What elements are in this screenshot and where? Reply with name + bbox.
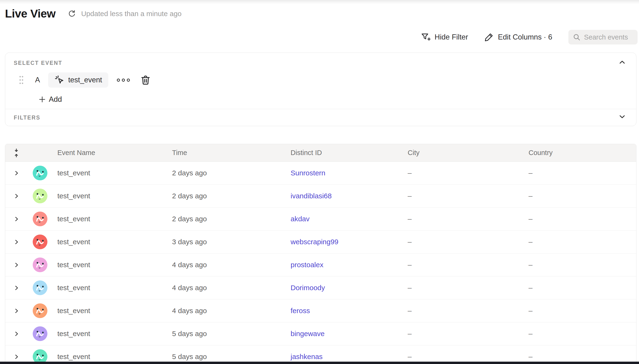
table-row: test_event 2 days ago ivandiblasi68 – – <box>5 184 636 208</box>
time-cell: 3 days ago <box>167 238 286 246</box>
distinct-id-link[interactable]: jashkenas <box>291 353 323 360</box>
filters-label: FILTERS <box>14 114 40 121</box>
country-cell: – <box>524 284 636 292</box>
column-header-distinct-id[interactable]: Distinct ID <box>286 149 403 157</box>
distinct-id-link[interactable]: Sunrostern <box>291 169 325 177</box>
distinct-id-link[interactable]: ivandiblasi68 <box>291 192 332 200</box>
event-name-cell: test_event <box>53 330 167 338</box>
city-cell: – <box>403 330 524 338</box>
table-row: test_event 5 days ago jashkenas – – <box>5 345 636 364</box>
search-events-input[interactable] <box>584 33 633 41</box>
event-name-cell: test_event <box>53 169 167 177</box>
column-header-event-name[interactable]: Event Name <box>53 149 167 157</box>
last-updated-text: Updated less than a minute ago <box>81 10 181 18</box>
refresh-button[interactable] <box>67 9 76 18</box>
column-header-city[interactable]: City <box>403 149 524 157</box>
collapse-rows-button[interactable] <box>5 148 28 158</box>
collapse-section-button[interactable] <box>618 59 626 65</box>
country-cell: – <box>524 215 636 223</box>
avatar-face-icon <box>33 234 47 249</box>
column-header-country[interactable]: Country <box>524 149 636 157</box>
page-header: Live View Updated less than a minute ago <box>5 7 181 20</box>
city-cell: – <box>403 261 524 269</box>
table-row: test_event 2 days ago akdav – – <box>5 208 636 230</box>
chevron-right-icon <box>13 262 20 268</box>
add-label: Add <box>49 95 62 104</box>
row-expand-chevron[interactable] <box>13 239 20 245</box>
page-title: Live View <box>5 7 56 20</box>
distinct-id-link[interactable]: akdav <box>291 215 310 223</box>
country-cell: – <box>524 261 636 269</box>
city-cell: – <box>403 307 524 315</box>
trash-icon <box>140 74 151 86</box>
selected-event-name: test_event <box>68 76 102 84</box>
avatar-face-icon <box>33 326 47 341</box>
drag-handle-icon[interactable] <box>19 74 24 86</box>
select-event-section: SELECT EVENT A <box>5 53 636 109</box>
chevron-right-icon <box>13 354 20 360</box>
filters-section: FILTERS <box>5 109 636 126</box>
top-fade-decoration <box>0 0 639 4</box>
avatar-face-icon <box>33 304 47 318</box>
event-name-cell: test_event <box>53 238 167 246</box>
column-header-time[interactable]: Time <box>167 149 286 157</box>
select-event-label: SELECT EVENT <box>14 60 628 66</box>
distinct-id-link[interactable]: webscraping99 <box>291 238 338 246</box>
row-expand-chevron[interactable] <box>13 331 20 337</box>
delete-event-button[interactable] <box>140 74 151 86</box>
table-body: test_event 2 days ago Sunrostern – – <box>5 162 636 364</box>
event-query-row: A test_event <box>14 72 628 88</box>
collapse-rows-icon <box>13 148 20 158</box>
country-cell: – <box>524 330 636 338</box>
row-expand-chevron[interactable] <box>13 308 20 314</box>
avatar-face-icon <box>33 280 47 295</box>
expand-filters-button[interactable] <box>618 114 626 120</box>
time-cell: 4 days ago <box>167 261 286 269</box>
chevron-right-icon <box>13 331 20 337</box>
time-cell: 2 days ago <box>167 215 286 223</box>
edit-columns-label: Edit Columns · 6 <box>498 33 552 42</box>
time-cell: 4 days ago <box>167 284 286 292</box>
chevron-right-icon <box>13 285 20 291</box>
toolbar: Hide Filter Edit Columns · 6 <box>420 30 637 44</box>
row-expand-chevron[interactable] <box>13 170 20 176</box>
event-selector-chip[interactable]: test_event <box>48 72 108 88</box>
city-cell: – <box>403 238 524 246</box>
city-cell: – <box>403 215 524 223</box>
distinct-id-link[interactable]: feross <box>291 307 310 314</box>
event-name-cell: test_event <box>53 192 167 200</box>
city-cell: – <box>403 192 524 200</box>
search-events-box[interactable] <box>568 30 637 44</box>
time-cell: 5 days ago <box>167 330 286 338</box>
country-cell: – <box>524 353 636 361</box>
edit-columns-button[interactable]: Edit Columns · 6 <box>484 32 552 42</box>
distinct-id-link[interactable]: bingewave <box>291 330 324 338</box>
chevron-right-icon <box>13 308 20 314</box>
row-expand-chevron[interactable] <box>13 193 20 199</box>
time-cell: 2 days ago <box>167 169 286 177</box>
event-name-cell: test_event <box>53 261 167 269</box>
add-event-button[interactable]: Add <box>38 95 62 104</box>
table-header-row: Event Name Time Distinct ID City Country <box>5 144 636 162</box>
table-row: test_event 2 days ago Sunrostern – – <box>5 162 636 184</box>
row-expand-chevron[interactable] <box>13 354 20 360</box>
chevron-right-icon <box>13 216 20 222</box>
table-row: test_event 3 days ago webscraping99 – – <box>5 230 636 254</box>
chevron-up-icon <box>618 59 626 65</box>
table-row: test_event 4 days ago feross – – <box>5 300 636 322</box>
row-expand-chevron[interactable] <box>13 262 20 268</box>
distinct-id-link[interactable]: prostoalex <box>291 261 323 268</box>
row-expand-chevron[interactable] <box>13 216 20 222</box>
distinct-id-link[interactable]: Dorimoody <box>291 284 325 292</box>
time-cell: 4 days ago <box>167 307 286 315</box>
row-expand-chevron[interactable] <box>13 285 20 291</box>
event-options-button[interactable] <box>117 78 130 82</box>
avatar-face-icon <box>33 189 47 203</box>
hide-filter-button[interactable]: Hide Filter <box>420 32 468 42</box>
event-name-cell: test_event <box>53 307 167 315</box>
country-cell: – <box>524 192 636 200</box>
country-cell: – <box>524 307 636 315</box>
table-row: test_event 4 days ago Dorimoody – – <box>5 276 636 300</box>
time-cell: 2 days ago <box>167 192 286 200</box>
chevron-right-icon <box>13 170 20 176</box>
